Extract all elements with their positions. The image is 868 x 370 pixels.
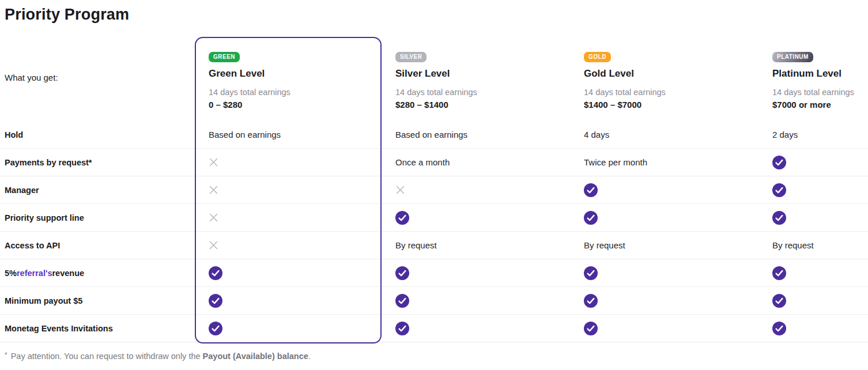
cell-priority-support-green: [195, 204, 382, 232]
check-icon: [584, 211, 598, 225]
cell-events-invitations-platinum: [758, 315, 868, 342]
referrals-link[interactable]: referral's: [17, 269, 52, 278]
check-icon: [584, 294, 598, 308]
check-icon: [584, 322, 598, 335]
cell-text: Based on earnings: [395, 130, 467, 139]
priority-levels-table: What you get: GREENGreen Level14 days to…: [0, 37, 868, 342]
earnings-period-label: 14 days total earnings: [584, 88, 758, 97]
check-icon: [772, 156, 786, 169]
cross-icon: [209, 240, 218, 250]
cell-priority-support-gold: [570, 204, 758, 232]
row-label-access-to-api: Access to API: [0, 232, 195, 259]
cell-access-to-api-platinum: By request: [758, 232, 868, 259]
level-name-platinum: Platinum Level: [772, 68, 868, 80]
check-icon: [395, 322, 409, 335]
check-icon: [584, 266, 598, 280]
row-label-payments-by-request: Payments by request*: [0, 149, 195, 176]
page-title: Priority Program: [5, 6, 129, 24]
gold-badge: GOLD: [584, 52, 611, 62]
check-icon: [395, 211, 409, 225]
cell-text: By request: [772, 240, 814, 250]
cell-access-to-api-gold: By request: [570, 232, 758, 259]
cell-text: Based on earnings: [209, 130, 281, 139]
row-label-text: Access to API: [5, 241, 60, 250]
check-icon: [772, 183, 786, 197]
cell-manager-green: [195, 176, 382, 204]
platinum-badge: PLATINUM: [772, 52, 813, 62]
table-row-referral-revenue: 5% referral's revenue: [0, 259, 868, 287]
check-icon: [395, 294, 409, 308]
cell-payments-by-request-gold: Twice per month: [570, 149, 758, 176]
earnings-period-label: 14 days total earnings: [209, 88, 382, 97]
cell-payments-by-request-platinum: [758, 149, 868, 176]
check-icon: [772, 294, 786, 308]
table-row-hold: HoldBased on earningsBased on earnings4 …: [0, 121, 868, 149]
cell-referral-revenue-silver: [382, 259, 570, 287]
level-name-silver: Silver Level: [395, 68, 570, 80]
cell-manager-silver: [382, 176, 570, 204]
cell-referral-revenue-gold: [570, 259, 758, 287]
cell-minimum-payout-platinum: [758, 287, 868, 315]
footnote-suffix: .: [308, 352, 311, 361]
earnings-range-green: 0 – $280: [209, 100, 382, 110]
table-row-minimum-payout: Minimum payout $5: [0, 287, 868, 315]
table-row-events-invitations: Monetag Events Invitations: [0, 315, 868, 342]
table-body: HoldBased on earningsBased on earnings4 …: [0, 121, 868, 342]
cell-manager-platinum: [758, 176, 868, 204]
cell-text: By request: [584, 240, 625, 250]
row-label-priority-support: Priority support line: [0, 204, 195, 232]
cell-hold-silver: Based on earnings: [382, 121, 570, 149]
cell-access-to-api-silver: By request: [382, 232, 570, 259]
priority-program-page: Priority Program What you get: GREENGree…: [0, 0, 868, 370]
row-label-text: 5%: [5, 269, 17, 278]
cell-priority-support-silver: [382, 204, 570, 232]
earnings-period-label: 14 days total earnings: [772, 88, 868, 97]
cell-manager-gold: [570, 176, 758, 204]
check-icon: [772, 266, 786, 280]
earnings-range-silver: $280 – $1400: [395, 100, 570, 110]
cell-minimum-payout-silver: [382, 287, 570, 315]
level-header-platinum: PLATINUMPlatinum Level14 days total earn…: [758, 37, 868, 121]
cell-minimum-payout-gold: [570, 287, 758, 315]
level-header-silver: SILVERSilver Level14 days total earnings…: [382, 37, 570, 121]
table-row-access-to-api: Access to APIBy requestBy requestBy requ…: [0, 232, 868, 259]
cell-payments-by-request-green: [195, 149, 382, 176]
check-icon: [772, 211, 786, 225]
row-label-text: revenue: [52, 269, 84, 278]
row-label-minimum-payout: Minimum payout $5: [0, 287, 195, 315]
row-label-referral-revenue: 5% referral's revenue: [0, 259, 195, 287]
row-label-manager: Manager: [0, 176, 195, 204]
cell-priority-support-platinum: [758, 204, 868, 232]
cell-payments-by-request-silver: Once a month: [382, 149, 570, 176]
cell-minimum-payout-green: [195, 287, 382, 315]
row-label-text: Payments by request*: [5, 158, 92, 167]
cell-referral-revenue-green: [195, 259, 382, 287]
footnote-asterisk: *: [5, 351, 7, 359]
check-icon: [772, 322, 786, 335]
cell-access-to-api-green: [195, 232, 382, 259]
cross-icon: [395, 185, 405, 195]
earnings-range-gold: $1400 – $7000: [584, 100, 758, 110]
row-label-text: Hold: [5, 130, 23, 139]
green-badge: GREEN: [209, 52, 240, 62]
check-icon: [395, 266, 409, 280]
earnings-range-platinum: $7000 or more: [772, 100, 868, 110]
row-label-events-invitations: Monetag Events Invitations: [0, 315, 195, 342]
table-header-row: What you get: GREENGreen Level14 days to…: [0, 37, 868, 121]
cell-hold-green: Based on earnings: [195, 121, 382, 149]
level-header-gold: GOLDGold Level14 days total earnings$140…: [570, 37, 758, 121]
cross-icon: [209, 213, 218, 222]
cell-events-invitations-gold: [570, 315, 758, 342]
row-label-text: Monetag Events Invitations: [5, 324, 113, 333]
table-row-priority-support: Priority support line: [0, 204, 868, 232]
cell-text: Twice per month: [584, 157, 647, 167]
check-icon: [584, 183, 598, 197]
check-icon: [209, 266, 222, 280]
table-row-payments-by-request: Payments by request*Once a monthTwice pe…: [0, 149, 868, 176]
row-label-text: Manager: [5, 186, 39, 195]
footnote-bold-text: Payout (Available) balance: [203, 352, 308, 361]
level-name-green: Green Level: [209, 68, 382, 80]
cell-text: 4 days: [584, 130, 609, 139]
row-label-text: Minimum payout $5: [5, 296, 82, 305]
row-label-hold: Hold: [0, 121, 195, 149]
